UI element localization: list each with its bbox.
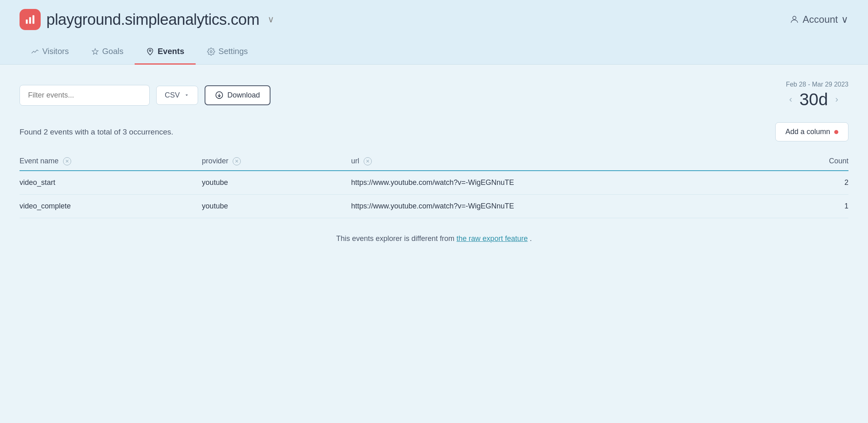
tab-settings-label: Settings [218,47,248,56]
header-left: playground.simpleanalytics.com ∨ [20,9,274,30]
svg-rect-2 [33,15,35,24]
col-url-remove[interactable]: ✕ [364,157,372,165]
col-header-count: Count [807,153,848,171]
account-label: Account [803,14,838,25]
svg-point-5 [149,50,151,51]
account-button[interactable]: Account ∨ [789,14,848,25]
cell-count: 2 [807,171,848,195]
cell-provider: youtube [202,195,351,218]
cell-event-name: video_complete [20,195,202,218]
table-row: video_complete youtube https://www.youtu… [20,195,848,218]
date-range: Feb 28 - Mar 29 2023 [786,81,848,88]
tab-events[interactable]: Events [135,39,196,65]
header: playground.simpleanalytics.com ∨ Account… [0,0,868,39]
add-column-button[interactable]: Add a column [775,122,848,141]
period-label: 30d [799,90,828,109]
nav-tabs: Visitors Goals Events Settings [0,39,868,65]
cell-url: https://www.youtube.com/watch?v=-WigEGNn… [351,195,807,218]
svg-rect-0 [26,20,28,24]
col-event-name-label: Event name [20,157,59,165]
period-selector: ‹ 30d › [786,90,848,109]
raw-export-link[interactable]: the raw export feature [456,234,528,243]
col-header-provider: provider ✕ [202,153,351,171]
add-column-label: Add a column [785,128,830,136]
site-title: playground.simpleanalytics.com [46,11,260,28]
col-header-event-name: Event name ✕ [20,153,202,171]
svg-point-6 [210,50,212,52]
date-nav: Feb 28 - Mar 29 2023 ‹ 30d › [786,81,848,109]
tab-goals-label: Goals [102,47,123,56]
tab-settings[interactable]: Settings [196,39,259,65]
logo-bar-chart [24,14,36,25]
cell-provider: youtube [202,171,351,195]
filter-input[interactable] [20,85,150,106]
add-column-indicator [834,130,838,134]
format-select[interactable]: CSV [156,86,198,105]
format-label: CSV [165,91,180,100]
footer-note: This events explorer is different from t… [20,234,848,243]
tab-visitors[interactable]: Visitors [20,39,80,65]
tab-goals[interactable]: Goals [80,39,135,65]
col-event-name-remove[interactable]: ✕ [63,157,71,165]
main-content: CSV Download Feb 28 - Mar 29 2023 ‹ 30d … [0,65,868,423]
cell-count: 1 [807,195,848,218]
period-prev-button[interactable]: ‹ [786,93,795,106]
account-chevron-icon: ∨ [841,14,848,25]
visitors-icon [31,48,39,56]
logo-icon [20,9,41,30]
svg-marker-4 [92,48,98,54]
footer-note-suffix: . [530,234,532,243]
download-button[interactable]: Download [205,85,270,105]
col-provider-remove[interactable]: ✕ [233,157,241,165]
cell-event-name: video_start [20,171,202,195]
col-url-label: url [351,157,359,165]
events-table: Event name ✕ provider ✕ url ✕ Count vide… [20,153,848,218]
download-label: Download [227,91,260,100]
goals-icon [92,48,99,56]
download-icon [215,91,223,99]
summary-row: Found 2 events with a total of 3 occurre… [20,122,848,141]
svg-rect-1 [29,17,31,24]
site-chevron-icon[interactable]: ∨ [268,14,274,25]
controls-row: CSV Download Feb 28 - Mar 29 2023 ‹ 30d … [20,81,848,109]
tab-events-label: Events [157,47,184,56]
events-icon [146,48,154,56]
col-provider-label: provider [202,157,228,165]
svg-point-3 [793,16,796,20]
format-chevron-icon [184,92,190,98]
col-header-url: url ✕ [351,153,807,171]
summary-text: Found 2 events with a total of 3 occurre… [20,128,173,137]
col-count-label: Count [829,157,848,165]
table-header-row: Event name ✕ provider ✕ url ✕ Count [20,153,848,171]
footer-note-text: This events explorer is different from [336,234,457,243]
account-user-icon [789,15,799,24]
table-row: video_start youtube https://www.youtube.… [20,171,848,195]
tab-visitors-label: Visitors [42,47,69,56]
period-next-button[interactable]: › [832,93,842,106]
cell-url: https://www.youtube.com/watch?v=-WigEGNn… [351,171,807,195]
settings-icon [207,48,215,56]
